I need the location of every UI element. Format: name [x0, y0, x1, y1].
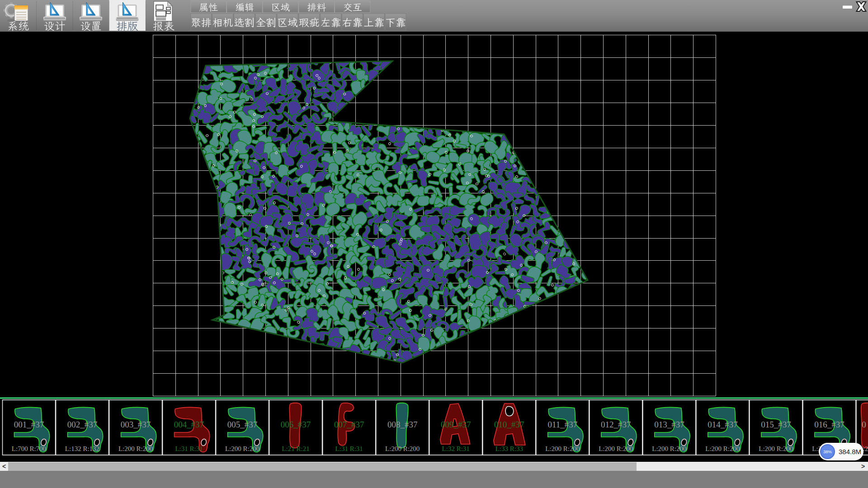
svg-text:L:200 R:200: L:200 R:200 — [385, 445, 420, 452]
svg-text:015_#37: 015_#37 — [761, 420, 791, 429]
svg-text:L:21 R:21: L:21 R:21 — [282, 445, 309, 452]
svg-text:L:700 R:700: L:700 R:700 — [12, 445, 46, 452]
svg-text:L:132 R:132: L:132 R:132 — [65, 445, 99, 452]
svg-text:006_#37: 006_#37 — [281, 420, 311, 429]
svg-text:001_#37: 001_#37 — [14, 420, 44, 429]
svg-text:012_#37: 012_#37 — [601, 420, 631, 429]
svg-text:011_#37: 011_#37 — [547, 420, 577, 429]
svg-text:010_#37: 010_#37 — [494, 420, 524, 429]
svg-text:008_#37: 008_#37 — [387, 420, 418, 429]
svg-text:004_#37: 004_#37 — [174, 420, 204, 429]
svg-text:L:200 R:200: L:200 R:200 — [599, 445, 633, 452]
svg-text:007_#37: 007_#37 — [334, 420, 364, 429]
svg-text:005_#37: 005_#37 — [227, 420, 258, 429]
svg-text:013_#37: 013_#37 — [654, 420, 684, 429]
svg-text:009_#37: 009_#37 — [441, 420, 471, 429]
svg-text:L:200 R:200: L:200 R:200 — [118, 445, 153, 452]
svg-text:014_#37: 014_#37 — [708, 420, 738, 429]
svg-text:L:200 R:200: L:200 R:200 — [705, 445, 740, 452]
svg-text:003_#37: 003_#37 — [121, 420, 151, 429]
svg-text:016_#37: 016_#37 — [814, 420, 844, 429]
svg-text:L:33 R:33: L:33 R:33 — [495, 445, 523, 452]
svg-text:L:200 R:200: L:200 R:200 — [652, 445, 686, 452]
svg-text:0: 0 — [862, 420, 866, 429]
svg-text:L:31 R:31: L:31 R:31 — [175, 445, 203, 452]
svg-text:L:200 R:200: L:200 R:200 — [545, 445, 580, 452]
svg-text:L:32 R:31: L:32 R:31 — [442, 445, 470, 452]
svg-text:L:200 R:200: L:200 R:200 — [225, 445, 259, 452]
svg-text:002_#37: 002_#37 — [67, 420, 98, 429]
svg-text:L:200 R:200: L:200 R:200 — [759, 445, 793, 452]
svg-text:L:31 R:31: L:31 R:31 — [335, 445, 363, 452]
